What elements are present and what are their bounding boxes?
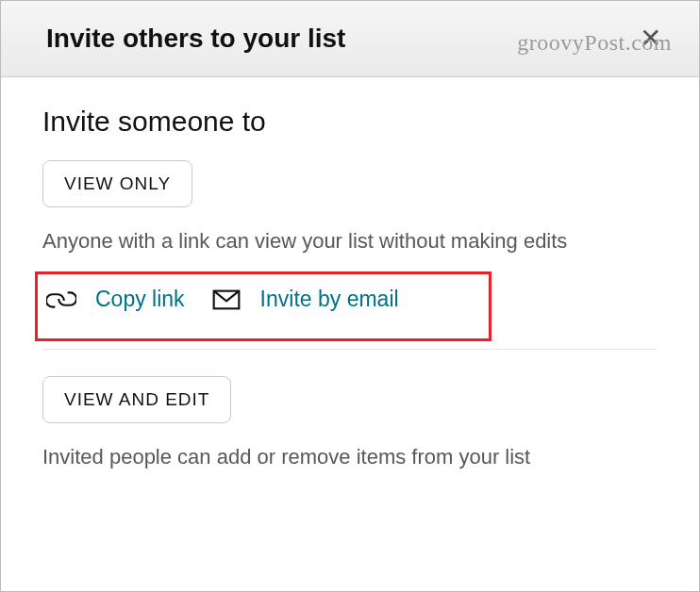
copy-link-action[interactable]: Copy link [46,285,185,315]
close-icon[interactable]: ✕ [640,25,661,52]
view-only-actions: Copy link Invite by email [42,273,658,332]
modal-header: Invite others to your list ✕ [1,1,699,77]
invite-modal: groovyPost.com Invite others to your lis… [0,0,700,592]
invite-by-email-action[interactable]: Invite by email [211,285,399,315]
modal-content: Invite someone to VIEW ONLY Anyone with … [1,77,699,591]
invite-by-email-label: Invite by email [260,287,399,312]
copy-link-label: Copy link [95,287,185,312]
view-only-button[interactable]: VIEW ONLY [42,160,192,207]
view-and-edit-description: Invited people can add or remove items f… [42,442,658,472]
modal-title: Invite others to your list [46,24,345,54]
view-and-edit-button[interactable]: VIEW AND EDIT [42,376,231,423]
link-icon [46,285,76,315]
mail-icon [211,285,242,315]
section-divider [42,349,658,350]
view-only-description: Anyone with a link can view your list wi… [42,226,658,256]
section-title: Invite someone to [42,106,658,138]
